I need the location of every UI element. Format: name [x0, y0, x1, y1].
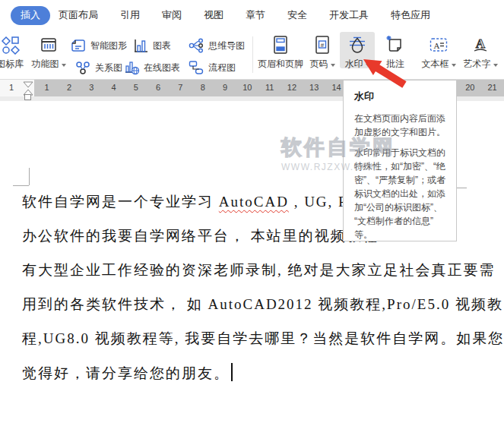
- svg-text:A: A: [434, 41, 440, 50]
- tab-security[interactable]: 安全: [287, 8, 307, 22]
- chevron-down-icon: [62, 64, 66, 67]
- left-indent-marker[interactable]: [24, 94, 31, 100]
- header-footer-label: 页眉和页脚: [258, 58, 303, 71]
- text-cursor: [231, 363, 233, 381]
- online-chart-button[interactable]: 在线图表: [123, 58, 180, 77]
- document-text-line: 觉得好，请分享给您的朋友。: [22, 363, 490, 383]
- online-chart-icon: [123, 59, 140, 76]
- online-chart-label: 在线图表: [144, 62, 180, 74]
- word-art-label: 艺术字: [464, 58, 498, 71]
- red-arrow-annotation: [346, 52, 410, 91]
- document-text-line: 有大型企业工作经验的资深老师录制, 绝对是大家立足社会真正要需: [22, 260, 490, 280]
- wps-writer-window: 插入 页面布局 引用 审阅 视图 章节 安全 开发工具 特色应用 图标库: [0, 0, 504, 445]
- svg-text:#: #: [321, 42, 325, 49]
- document-text-line: 程,UG8.0 视频教程等, 我要自学去哪里？当然是软件自学网。如果您: [22, 329, 490, 349]
- function-diagram-icon: [39, 35, 59, 55]
- tab-insert-active[interactable]: 插入: [11, 6, 50, 25]
- margin-mark-top-right-horizontal: [456, 188, 467, 188]
- document-text-line: 用到的各类软件技术， 如 AutoCAD2012 视频教程,Pro/E5.0 视…: [22, 295, 490, 314]
- chart-button[interactable]: 图表: [132, 36, 171, 55]
- page-number-icon: #: [312, 35, 332, 55]
- text-box-icon: A: [429, 35, 449, 55]
- flowchart-icon: [188, 59, 204, 76]
- smart-graphics-button[interactable]: 智能图形: [70, 36, 127, 55]
- text-box-label: 文本框: [422, 58, 456, 71]
- chart-label: 图表: [153, 39, 171, 52]
- tooltip-description: 水印常用于标识文档的特殊性，如“加密”、“绝密”、“严禁复制”；或者标识文档的出…: [354, 146, 447, 241]
- relation-diagram-icon: [74, 59, 91, 76]
- spellcheck-underlined-word: AutoCAD: [219, 194, 289, 210]
- icon-library-label: 图标库: [0, 58, 24, 71]
- smart-graphics-icon: [70, 37, 87, 54]
- tab-review[interactable]: 审阅: [162, 8, 182, 22]
- relation-diagram-button[interactable]: 关系图: [74, 58, 122, 77]
- icon-library-icon: [0, 35, 20, 55]
- tab-references[interactable]: 引用: [120, 8, 140, 22]
- function-diagram-button[interactable]: 功能图: [27, 33, 70, 75]
- flowchart-button[interactable]: 流程图: [188, 58, 236, 77]
- function-diagram-label: 功能图: [32, 58, 66, 71]
- chevron-down-icon: [493, 64, 498, 67]
- header-footer-button[interactable]: 页眉和页脚: [259, 33, 302, 75]
- ribbon: 图标库 功能图 智能图形: [0, 30, 504, 79]
- tooltip-description: 在文档页面内容后面添加虚影的文字和图片。: [354, 112, 447, 139]
- mind-map-icon: [188, 37, 204, 54]
- ribbon-tab-bar: 插入 页面布局 引用 审阅 视图 章节 安全 开发工具 特色应用: [0, 0, 504, 30]
- smart-graphics-label: 智能图形: [90, 39, 127, 52]
- chevron-down-icon: [452, 64, 456, 67]
- flowchart-label: 流程图: [208, 62, 236, 74]
- margin-mark-top-left-vertical: [29, 168, 30, 185]
- tooltip-title: 水印: [354, 90, 447, 103]
- relation-diagram-label: 关系图: [95, 62, 122, 74]
- ribbon-group-separator: [252, 36, 253, 73]
- text-box-button[interactable]: A 文本框: [417, 33, 460, 75]
- tab-section[interactable]: 章节: [246, 8, 265, 22]
- header-footer-icon: [271, 35, 290, 55]
- tab-special-features[interactable]: 特色应用: [391, 8, 430, 22]
- word-art-button[interactable]: A 艺术字: [459, 33, 502, 75]
- tab-page-layout[interactable]: 页面布局: [59, 8, 98, 22]
- word-art-icon: A: [471, 35, 490, 55]
- page-number-label: 页码: [310, 58, 335, 71]
- chevron-down-icon: [331, 64, 335, 67]
- svg-text:A: A: [476, 36, 486, 51]
- tab-view[interactable]: 视图: [204, 8, 223, 22]
- watermark-tooltip: 水印 在文档页面内容后面添加虚影的文字和图片。 水印常用于标识文档的特殊性，如“…: [343, 80, 457, 241]
- mind-map-button[interactable]: 思维导图: [188, 36, 245, 55]
- mind-map-label: 思维导图: [208, 39, 245, 52]
- icon-library-button[interactable]: 图标库: [0, 33, 31, 75]
- tab-dev-tools[interactable]: 开发工具: [329, 8, 369, 22]
- chart-icon: [132, 37, 149, 54]
- margin-mark-top-left-horizontal: [13, 185, 29, 186]
- ruler-margin-number: 1: [9, 83, 14, 92]
